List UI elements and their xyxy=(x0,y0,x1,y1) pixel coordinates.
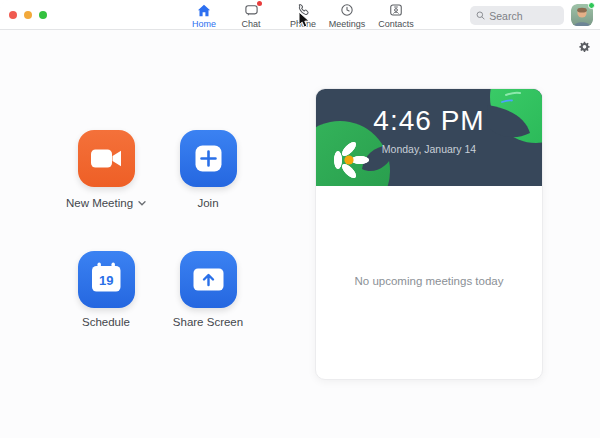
share-screen-button[interactable] xyxy=(180,251,237,308)
schedule-label: Schedule xyxy=(82,316,130,328)
minimize-window-button[interactable] xyxy=(24,11,32,19)
avatar[interactable] xyxy=(571,4,593,26)
tab-home[interactable]: Home xyxy=(178,3,230,29)
home-icon xyxy=(197,3,211,17)
tab-phone-label: Phone xyxy=(290,19,316,29)
arrow-up-icon xyxy=(180,251,237,308)
gear-icon xyxy=(578,41,591,54)
tab-meetings-label: Meetings xyxy=(329,19,366,29)
meetings-icon xyxy=(340,3,354,17)
toolbar: Home Chat Phone xyxy=(0,0,600,30)
tab-contacts-label: Contacts xyxy=(378,19,414,29)
fullscreen-window-button[interactable] xyxy=(39,11,47,19)
tab-home-label: Home xyxy=(192,19,216,29)
join-button[interactable] xyxy=(180,130,237,187)
schedule-button[interactable]: 19 xyxy=(78,251,135,308)
upcoming-meetings-card: 4:46 PM Monday, January 14 No upcoming m… xyxy=(315,88,543,380)
calendar-icon: 19 xyxy=(78,251,135,308)
join-label-row: Join xyxy=(138,197,278,209)
clock-header: 4:46 PM Monday, January 14 xyxy=(316,89,542,186)
search-icon xyxy=(476,10,485,21)
current-time: 4:46 PM xyxy=(316,105,542,137)
contacts-icon xyxy=(389,3,403,17)
no-meetings-message: No upcoming meetings today xyxy=(316,275,542,287)
plus-icon xyxy=(180,130,237,187)
close-window-button[interactable] xyxy=(9,11,17,19)
calendar-day-number: 19 xyxy=(99,273,113,288)
tab-meetings[interactable]: Meetings xyxy=(321,3,373,29)
join-label: Join xyxy=(197,197,218,209)
search-input[interactable] xyxy=(489,10,558,22)
tab-chat[interactable]: Chat xyxy=(225,3,277,29)
zoom-app-window: Home Chat Phone xyxy=(0,0,600,438)
new-meeting-label: New Meeting xyxy=(66,197,133,209)
phone-icon xyxy=(296,3,310,17)
share-screen-label-row: Share Screen xyxy=(138,316,278,328)
online-status-dot xyxy=(588,2,595,9)
tab-contacts[interactable]: Contacts xyxy=(370,3,422,29)
chat-notification-badge xyxy=(257,1,262,6)
video-camera-icon xyxy=(78,130,135,187)
new-meeting-button[interactable] xyxy=(78,130,135,187)
share-screen-label: Share Screen xyxy=(173,316,243,328)
settings-button[interactable] xyxy=(578,40,592,54)
search-box[interactable] xyxy=(470,6,564,25)
current-date: Monday, January 14 xyxy=(316,143,542,155)
chat-icon xyxy=(244,3,259,17)
tab-chat-label: Chat xyxy=(241,19,260,29)
lily-pad-illustration xyxy=(316,89,542,186)
